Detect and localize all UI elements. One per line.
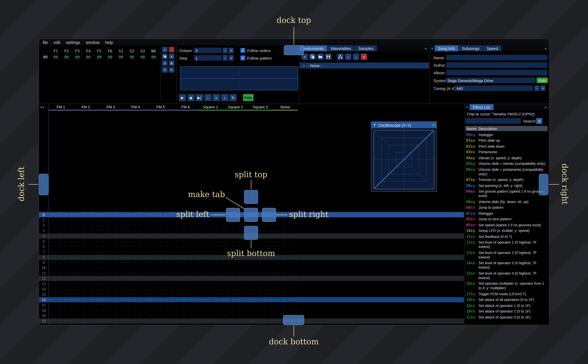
- pattern-cell[interactable]: ··· ·· ·· ···: [48, 314, 73, 318]
- pattern-cell[interactable]: ··· ·· ·· ···: [173, 292, 198, 296]
- order-row[interactable]: 0000000000000000000000: [40, 55, 159, 59]
- pattern-cell[interactable]: ··· ·· ·· ···: [123, 319, 148, 323]
- pattern-cell[interactable]: ··· ·· ·· ···: [223, 266, 248, 270]
- system-combo[interactable]: Sega Genesis/Mega Drive: [446, 78, 535, 83]
- pattern-cell[interactable]: ··· ·· ·· ···: [148, 309, 173, 312]
- pattern-cell[interactable]: ··· ·· ·· ···: [223, 223, 248, 227]
- effect-row-00xy[interactable]: 00xyArpeggio: [465, 132, 548, 138]
- pattern-cell[interactable]: ··· ·· ·· ···: [123, 303, 148, 307]
- pattern-cell[interactable]: ··· ·· ·· ···: [198, 309, 223, 312]
- pattern-cell[interactable]: ··· ·· ·· ···: [48, 255, 73, 259]
- order-move-up-button[interactable]: ∧: [169, 54, 174, 59]
- pattern-cell[interactable]: ··· ·· ·· ···: [73, 325, 98, 325]
- effect-row-12xx[interactable]: 12xxSet level of operator 1 (0 highest, …: [465, 240, 548, 250]
- effect-row-08xy[interactable]: 08xySet panning (x: left; y: right): [465, 183, 548, 189]
- dock-top-target[interactable]: [284, 45, 304, 55]
- name-input[interactable]: [446, 55, 547, 60]
- pattern-cell[interactable]: ··· ·· ·· ···: [248, 298, 273, 302]
- pattern-cell[interactable]: ··· ·· ·· ···: [98, 314, 123, 318]
- pattern-cell[interactable]: ··· ·· ·· ···: [198, 287, 223, 291]
- pattern-cell[interactable]: ··· ·· ·· ···: [198, 282, 223, 286]
- pattern-row-14[interactable]: 14··· ·· ·· ······ ·· ·· ······ ·· ·· ··…: [39, 286, 464, 292]
- effect-row-16xy[interactable]: 16xySet operator multiplier (x: operator…: [465, 281, 548, 291]
- pattern-cell[interactable]: ··· ·· ·· ···: [98, 223, 123, 227]
- pattern-cell[interactable]: ··· ·· ·· ···: [173, 282, 198, 286]
- pattern-cell[interactable]: ··· ·· ·· ···: [148, 271, 173, 275]
- pattern-cell[interactable]: ··· ·· ·· ···: [198, 250, 223, 254]
- pattern-cell[interactable]: ··· ·· ·· ···: [248, 271, 273, 275]
- octave-input[interactable]: 3: [193, 48, 222, 53]
- channel-header-noise[interactable]: Noise: [273, 104, 298, 110]
- pattern-cell[interactable]: ··· ·· ·· ···: [73, 261, 98, 265]
- pattern-cell[interactable]: ··· ·· ·· ···: [173, 266, 198, 270]
- pattern-cell[interactable]: ··· ·· ·· ···: [148, 319, 173, 323]
- menu-window[interactable]: window: [86, 40, 99, 45]
- pattern-cell[interactable]: ··· ·· ·· ···: [123, 250, 148, 254]
- pattern-cell[interactable]: ··· ·· ·· ···: [148, 282, 173, 286]
- pattern-cell[interactable]: ··· ·· ·· ···: [98, 218, 123, 222]
- pattern-cell[interactable]: ··· ·· ·· ···: [48, 240, 73, 243]
- pattern-cell[interactable]: ··· ·· ·· ···: [148, 240, 173, 243]
- pattern-cell[interactable]: ··· ·· ·· ···: [148, 223, 173, 227]
- metronome-button[interactable]: ♪: [221, 94, 228, 101]
- pattern-cell[interactable]: ··· ·· ·· ···: [273, 292, 298, 296]
- duplicate-instrument-button[interactable]: [309, 54, 316, 60]
- channel-header-fm-5[interactable]: FM 5: [148, 104, 173, 110]
- pattern-cell[interactable]: ··· ·· ·· ···: [148, 325, 173, 325]
- split-right-target[interactable]: [262, 208, 276, 222]
- step-input[interactable]: 1: [193, 55, 222, 61]
- oscilloscope-titlebar[interactable]: ▼ Oscilloscope (X-Y) ×: [371, 122, 436, 128]
- pattern-cell[interactable]: ··· ·· ·· ···: [198, 223, 223, 227]
- order-cell[interactable]: 00: [126, 55, 137, 59]
- pattern-cell[interactable]: ··· ·· ·· ···: [48, 292, 73, 296]
- effect-row-17xx[interactable]: 17xxToggle PCM mode (LEGACY): [465, 291, 548, 297]
- open-instrument-button[interactable]: [317, 54, 324, 60]
- close-oscilloscope-button[interactable]: ×: [432, 123, 435, 127]
- pattern-cell[interactable]: ··· ·· ·· ···: [223, 325, 248, 325]
- pattern-cell[interactable]: ··· ·· ·· ···: [123, 245, 148, 248]
- pattern-cell[interactable]: ··· ·· ·· ···: [98, 303, 123, 307]
- make-tab-target[interactable]: [244, 208, 258, 222]
- pattern-cell[interactable]: ··· ·· ·· ···: [148, 287, 173, 291]
- pattern-cell[interactable]: ··· ·· ·· ···: [148, 292, 173, 296]
- pattern-cell[interactable]: ··· ·· ·· ···: [73, 287, 98, 291]
- pattern-cell[interactable]: ··· ·· ·· ···: [148, 234, 173, 238]
- pattern-row-6[interactable]: 6··· ·· ·· ······ ·· ·· ······ ·· ·· ···…: [39, 244, 464, 249]
- pattern-row-12[interactable]: 12··· ·· ·· ······ ·· ·· ······ ·· ·· ··…: [39, 276, 464, 281]
- effect-row-1cxx[interactable]: 1CxxSet attack of operator 3 (0 to 1F): [465, 314, 548, 320]
- pattern-cell[interactable]: ··· ·· ·· ···: [248, 309, 273, 312]
- effect-row-05xy[interactable]: 05xyVolume slide + vibrato (compatibilit…: [465, 161, 548, 167]
- pattern-cell[interactable]: ··· ·· ·· ···: [248, 240, 273, 243]
- pattern-cell[interactable]: ··· ·· ·· ···: [48, 303, 73, 307]
- pattern-cell[interactable]: ··· ·· ·· ···: [98, 234, 123, 238]
- pattern-cell[interactable]: ··· ·· ·· ···: [98, 271, 123, 275]
- pattern-cell[interactable]: ··· ·· ·· ···: [198, 314, 223, 318]
- pattern-cell[interactable]: ··· ·· ·· ···: [173, 229, 198, 233]
- pattern-cell[interactable]: ··· ·· ·· ···: [73, 266, 98, 270]
- pattern-cell[interactable]: ··· ·· ·· ···: [223, 282, 248, 286]
- effect-search-input[interactable]: [465, 118, 521, 124]
- pattern-cell[interactable]: ··· ·· ·· ···: [148, 298, 173, 302]
- pattern-cell[interactable]: ··· ·· ·· ···: [123, 261, 148, 265]
- pattern-cell[interactable]: ··· ·· ·· ···: [198, 319, 223, 323]
- album-input[interactable]: [446, 70, 547, 75]
- pattern-cell[interactable]: ··· ·· ·· ···: [123, 234, 148, 238]
- pattern-cell[interactable]: ··· ·· ·· ···: [123, 282, 148, 286]
- tuning-input[interactable]: 440: [455, 85, 533, 91]
- pattern-row-18[interactable]: 18··· ·· ·· ······ ·· ·· ······ ·· ·· ··…: [39, 308, 464, 313]
- pattern-cell[interactable]: ··· ·· ·· ···: [73, 271, 98, 275]
- pattern-cell[interactable]: ··· ·· ·· ···: [48, 218, 73, 222]
- tab-samples[interactable]: Samples: [355, 45, 377, 51]
- pattern-cell[interactable]: ··· ·· ·· ···: [123, 218, 148, 222]
- effect-row-07xy[interactable]: 07xyTremolo (x: speed; y: depth): [465, 177, 548, 183]
- pattern-cell[interactable]: ··· ·· ·· ···: [98, 292, 123, 296]
- pattern-cell[interactable]: ··· ·· ·· ···: [173, 277, 198, 280]
- pattern-cell[interactable]: ··· ·· ·· ···: [98, 213, 123, 217]
- pattern-cell[interactable]: ··· ·· ·· ···: [73, 282, 98, 286]
- play-from-cursor-button[interactable]: ▶|: [196, 94, 203, 101]
- pattern-cell[interactable]: ··· ·· ·· ···: [73, 240, 98, 243]
- pattern-cell[interactable]: ··· ·· ·· ···: [198, 261, 223, 265]
- edit-record-toggle[interactable]: ●: [213, 94, 220, 101]
- order-cell[interactable]: 00: [148, 55, 159, 59]
- pattern-row-16[interactable]: 16··· ·· ·· ······ ·· ·· ······ ·· ·· ··…: [39, 297, 464, 302]
